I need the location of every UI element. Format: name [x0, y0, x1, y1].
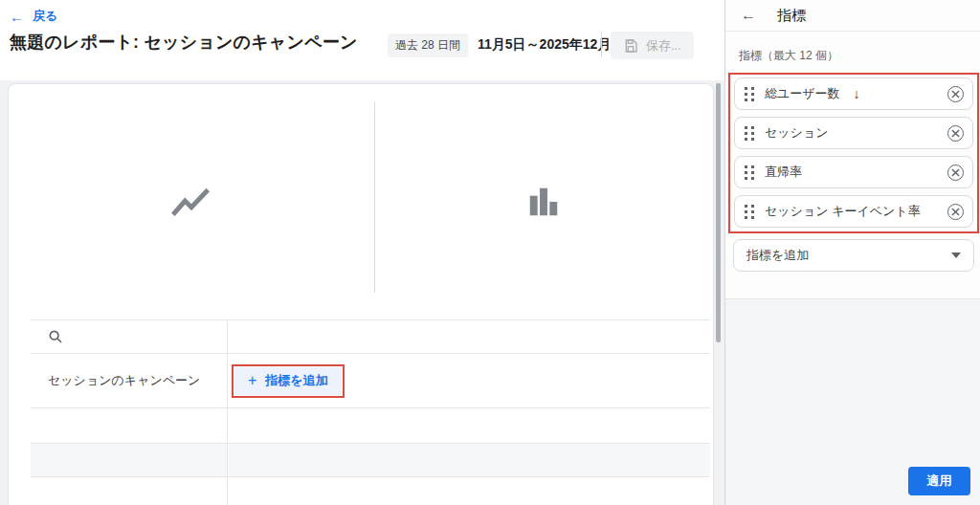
sort-descending-icon: ↓ [854, 86, 860, 101]
table-row [31, 444, 710, 477]
metric-chip-label: セッション キーイベント率 [765, 203, 921, 220]
chevron-down-icon [951, 252, 961, 258]
metric-chip-label: 総ユーザー数 [765, 85, 840, 102]
main-panel: ← 戻る 無題のレポート: セッションのキャンペーン 過去 28 日間 11月5… [0, 0, 724, 505]
annotation-box: 総ユーザー数 ↓ セッション [728, 73, 979, 233]
report-header: ← 戻る 無題のレポート: セッションのキャンペーン 過去 28 日間 11月5… [0, 0, 724, 80]
bar-chart-icon [525, 184, 562, 220]
remove-metric-icon[interactable] [947, 86, 964, 102]
panel-footer-area: 適用 [725, 298, 980, 505]
metric-cell: + 指標を追加 [228, 364, 710, 398]
panel-back-arrow-icon[interactable]: ← [741, 8, 756, 23]
metric-chip-label: 直帰率 [765, 164, 802, 181]
dimension-cell: セッションのキャンペーン [31, 354, 228, 407]
vertical-scrollbar[interactable] [716, 83, 721, 342]
drag-handle-icon[interactable] [745, 87, 755, 101]
remove-metric-icon[interactable] [947, 204, 964, 220]
dimension-label: セッションのキャンペーン [48, 372, 200, 389]
add-metric-button-label: 指標を追加 [265, 372, 327, 389]
remove-metric-icon[interactable] [947, 125, 964, 142]
save-button[interactable]: 保存... [611, 32, 694, 59]
metric-chip-session-key-event-rate[interactable]: セッション キーイベント率 [734, 195, 973, 228]
save-button-label: 保存... [646, 37, 681, 55]
metrics-section-label: 指標（最大 12 個） [739, 48, 980, 64]
report-table: セッションのキャンペーン + 指標を追加 [31, 319, 710, 505]
search-icon [48, 329, 63, 344]
visualization-card: セッションのキャンペーン + 指標を追加 [8, 83, 714, 505]
drag-handle-icon[interactable] [745, 205, 755, 219]
metrics-panel-header: ← 指標 [725, 0, 980, 32]
line-chart-icon [169, 183, 213, 221]
table-row [31, 477, 710, 505]
chart-zone-divider [374, 101, 375, 293]
bar-chart-placeholder[interactable] [374, 84, 713, 319]
metric-chip-bounce-rate[interactable]: 直帰率 [734, 156, 973, 188]
back-link-label: 戻る [33, 8, 57, 25]
header-divider [601, 32, 602, 57]
save-icon [623, 38, 638, 54]
date-range-picker[interactable]: 過去 28 日間 11月5日～2025年12月2日 [388, 32, 632, 58]
remove-metric-icon[interactable] [947, 165, 964, 181]
add-metric-dropdown[interactable]: 指標を追加 [733, 239, 974, 272]
apply-button[interactable]: 適用 [908, 467, 970, 495]
page-title: 無題のレポート: セッションのキャンペーン [10, 31, 358, 54]
metric-chip-total-users[interactable]: 総ユーザー数 ↓ [734, 77, 973, 110]
annotation-box: + 指標を追加 [232, 364, 345, 398]
search-cell[interactable] [31, 320, 228, 353]
plus-icon: + [248, 373, 256, 388]
metrics-panel-title: 指標 [777, 7, 806, 25]
date-range-badge: 過去 28 日間 [388, 33, 468, 57]
add-metric-dropdown-label: 指標を追加 [746, 247, 809, 264]
chart-placeholder-zone [9, 84, 713, 319]
drag-handle-icon[interactable] [745, 126, 755, 141]
line-chart-placeholder[interactable] [9, 84, 374, 319]
table-search-row [31, 320, 710, 354]
metric-chip-sessions[interactable]: セッション [734, 117, 973, 149]
back-link[interactable]: ← 戻る [10, 8, 57, 25]
back-arrow-icon: ← [10, 10, 24, 24]
table-row [31, 408, 710, 444]
drag-handle-icon[interactable] [745, 165, 755, 180]
metrics-panel: ← 指標 指標（最大 12 個） 総ユーザー数 ↓ [724, 0, 980, 505]
report-canvas: セッションのキャンペーン + 指標を追加 [0, 80, 724, 505]
date-range-text: 11月5日～2025年12月2日 [478, 36, 632, 54]
metric-chip-label: セッション [765, 124, 829, 142]
dimension-row: セッションのキャンペーン + 指標を追加 [31, 354, 710, 408]
add-metric-button[interactable]: + 指標を追加 [234, 367, 342, 395]
